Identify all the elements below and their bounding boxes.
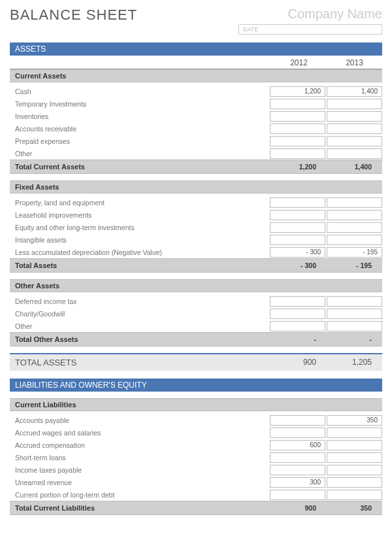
value-cell-year1[interactable] xyxy=(270,111,325,122)
line-item: Charity/Goodwill xyxy=(10,307,382,320)
line-item: Property, land and equipment xyxy=(10,196,382,209)
document-header: BALANCE SHEET Company Name DATE xyxy=(10,7,382,35)
line-item: Accounts payable350 xyxy=(10,414,382,426)
other-assets-header: Other Assets xyxy=(10,279,382,292)
company-name-placeholder[interactable]: Company Name xyxy=(238,7,382,22)
value-cell-year1[interactable] xyxy=(270,197,325,208)
value-cell-year1[interactable] xyxy=(270,222,325,233)
current-liabilities-header: Current Liabilities xyxy=(10,398,382,411)
value-cell-year2[interactable] xyxy=(327,321,382,331)
value-cell-year2[interactable] xyxy=(327,111,382,122)
value-cell-year2[interactable] xyxy=(327,222,382,233)
value-cell-year2[interactable] xyxy=(327,477,382,488)
value-cell-year1[interactable] xyxy=(270,148,325,159)
total-current-assets: Total Current Assets 1,200 1,400 xyxy=(10,160,382,174)
value-cell-year1[interactable]: 300 xyxy=(270,477,325,488)
total-assets-row: TOTAL ASSETS 900 1,205 xyxy=(10,353,382,371)
line-item-label: Temporary Investments xyxy=(15,100,269,108)
value-cell-year2[interactable] xyxy=(327,148,382,159)
line-item: Leasehold improvements xyxy=(10,209,382,221)
value-cell-year1[interactable] xyxy=(270,490,325,500)
line-item: Other xyxy=(10,320,382,332)
current-assets-header: Current Assets xyxy=(10,69,382,82)
value-cell-year2[interactable] xyxy=(327,197,382,208)
value-cell-year2[interactable] xyxy=(327,235,382,245)
value-cell-year1[interactable]: 1,200 xyxy=(270,86,325,97)
other-assets-rows: Deferred income taxCharity/GoodwillOther xyxy=(10,292,382,332)
value-cell-year2[interactable] xyxy=(327,136,382,146)
value-cell-year2[interactable] xyxy=(327,440,382,450)
line-item-label: Unearned revenue xyxy=(15,479,269,486)
line-item: Current portion of long-term debt xyxy=(10,488,382,501)
value-cell-year2[interactable] xyxy=(327,99,382,109)
line-item-label: Other xyxy=(15,150,269,158)
page-title: BALANCE SHEET xyxy=(10,7,137,24)
year-header-row: 2012 2013 xyxy=(10,56,382,69)
line-item-label: Deferred income tax xyxy=(15,297,269,305)
line-item-label: Less accumulated depreciation (Negative … xyxy=(15,248,269,256)
year-1: 2012 xyxy=(271,58,327,67)
line-item-label: Income taxes payable xyxy=(15,466,269,474)
line-item: Short-term loans xyxy=(10,451,382,464)
line-item-label: Prepaid expenses xyxy=(15,137,269,145)
value-cell-year1[interactable] xyxy=(270,124,325,134)
value-cell-year2[interactable] xyxy=(327,309,382,319)
value-cell-year1[interactable] xyxy=(270,428,325,438)
value-cell-year1[interactable]: 600 xyxy=(270,440,325,450)
line-item: Equity and other long-term investments xyxy=(10,221,382,233)
line-item-label: Cash xyxy=(15,88,269,95)
line-item-label: Short-term loans xyxy=(15,454,269,462)
line-item-label: Equity and other long-term investments xyxy=(15,224,269,231)
value-cell-year2[interactable]: - 195 xyxy=(327,247,382,258)
value-cell-year2[interactable] xyxy=(327,465,382,475)
line-item: Accrued compensation600 xyxy=(10,439,382,451)
value-cell-year1[interactable] xyxy=(270,210,325,220)
line-item-label: Intangible assets xyxy=(15,236,269,244)
line-item-label: Accrued wages and salaries xyxy=(15,429,269,437)
fixed-assets-rows: Property, land and equipmentLeasehold im… xyxy=(10,194,382,258)
value-cell-year2[interactable] xyxy=(327,296,382,307)
date-input[interactable]: DATE xyxy=(238,24,382,35)
value-cell-year2[interactable] xyxy=(327,428,382,438)
line-item: Prepaid expenses xyxy=(10,135,382,147)
assets-section-header: ASSETS xyxy=(10,42,382,56)
value-cell-year2[interactable]: 350 xyxy=(327,415,382,426)
line-item-label: Other xyxy=(15,322,269,330)
value-cell-year1[interactable] xyxy=(270,296,325,307)
fixed-assets-header: Fixed Assets xyxy=(10,180,382,194)
liabilities-section-header: LIABILITIES AND OWNER'S EQUITY xyxy=(10,379,382,392)
line-item-label: Current portion of long-term debt xyxy=(15,491,269,499)
line-item-label: Accounts payable xyxy=(15,416,269,424)
line-item-label: Accounts receivable xyxy=(15,125,269,133)
value-cell-year1[interactable] xyxy=(270,415,325,426)
line-item: Accounts receivable xyxy=(10,122,382,135)
value-cell-year1[interactable] xyxy=(270,136,325,146)
value-cell-year2[interactable] xyxy=(327,490,382,500)
line-item: Deferred income tax xyxy=(10,295,382,307)
value-cell-year2[interactable]: 1,400 xyxy=(327,86,382,97)
line-item-label: Accrued compensation xyxy=(15,441,269,449)
line-item: Intangible assets xyxy=(10,233,382,246)
current-liabilities-rows: Accounts payable350Accrued wages and sal… xyxy=(10,411,382,501)
line-item: Temporary Investments xyxy=(10,97,382,110)
value-cell-year1[interactable] xyxy=(270,465,325,475)
line-item: Income taxes payable xyxy=(10,464,382,476)
line-item-label: Leasehold improvements xyxy=(15,211,269,219)
line-item-label: Inventories xyxy=(15,112,269,120)
line-item: Other xyxy=(10,147,382,160)
value-cell-year2[interactable] xyxy=(327,452,382,463)
value-cell-year1[interactable] xyxy=(270,99,325,109)
value-cell-year1[interactable] xyxy=(270,452,325,463)
line-item-label: Charity/Goodwill xyxy=(15,310,269,318)
line-item-label: Property, land and equipment xyxy=(15,199,269,207)
value-cell-year2[interactable] xyxy=(327,210,382,220)
year-2: 2013 xyxy=(327,58,382,67)
line-item: Unearned revenue300 xyxy=(10,476,382,488)
value-cell-year1[interactable] xyxy=(270,235,325,245)
value-cell-year2[interactable] xyxy=(327,124,382,134)
value-cell-year1[interactable] xyxy=(270,321,325,331)
value-cell-year1[interactable]: - 300 xyxy=(270,247,325,258)
total-other-assets: Total Other Assets - - xyxy=(10,332,382,346)
line-item: Cash1,2001,400 xyxy=(10,85,382,97)
value-cell-year1[interactable] xyxy=(270,309,325,319)
